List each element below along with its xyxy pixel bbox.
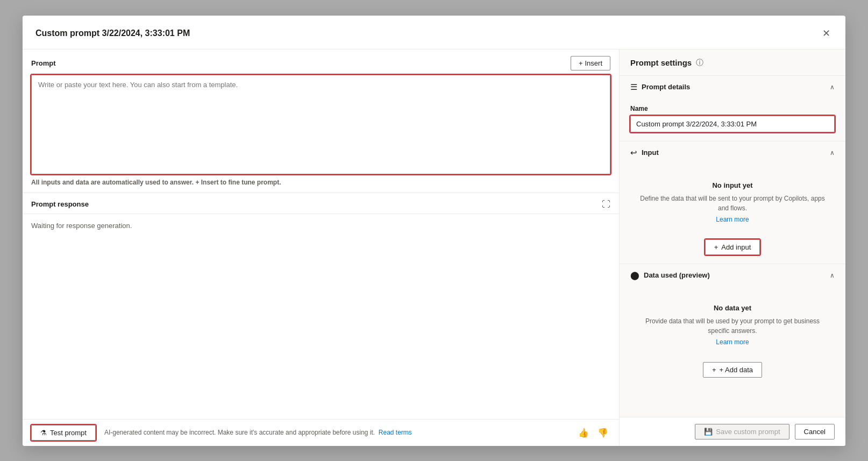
insert-button[interactable]: + Insert [571, 56, 610, 70]
thumbs-up-button[interactable]: 👍 [576, 425, 591, 440]
thumbs-down-icon: 👎 [597, 428, 608, 437]
hint-bold: + Insert [195, 179, 218, 186]
right-panel: Prompt settings ⓘ ☰ Prompt details ∧ Nam… [620, 49, 845, 446]
waiting-text: Waiting for response generation. [31, 222, 132, 230]
name-field-label: Name [630, 105, 835, 112]
left-footer: ⚗ Test prompt AI-generated content may b… [23, 419, 619, 446]
modal-body: Prompt + Insert All inputs and data are … [23, 49, 845, 446]
response-title: Prompt response [31, 200, 89, 208]
insert-label: Insert [585, 59, 602, 67]
close-icon: ✕ [822, 27, 830, 39]
thumbs-up-icon: 👍 [578, 428, 589, 437]
response-body: Waiting for response generation. [23, 214, 619, 419]
input-content: No input yet Define the data that will b… [620, 164, 845, 264]
prompt-details-chevron: ∧ [830, 83, 835, 91]
prompt-details-title: Prompt details [642, 83, 690, 91]
input-title-row: ↩ Input [630, 148, 659, 158]
close-button[interactable]: ✕ [820, 25, 833, 41]
prompt-textarea[interactable] [32, 75, 610, 172]
input-header[interactable]: ↩ Input ∧ [620, 141, 845, 164]
test-prompt-button[interactable]: ⚗ Test prompt [31, 425, 96, 441]
flask-icon: ⚗ [40, 429, 47, 437]
cancel-label: Cancel [804, 428, 826, 436]
data-icon: ⬤ [630, 271, 639, 280]
data-chevron: ∧ [830, 272, 835, 279]
disk-icon: 💾 [704, 428, 713, 436]
footer-disclaimer: AI-generated content may be incorrect. M… [104, 429, 567, 436]
input-empty-title: No input yet [639, 181, 826, 189]
hint-prefix: All inputs and data are automatically us… [31, 179, 194, 186]
prompt-details-content: Name [620, 98, 845, 141]
prompt-hint: All inputs and data are automatically us… [23, 174, 619, 193]
add-data-icon: + [712, 366, 716, 374]
settings-title: Prompt settings [630, 58, 692, 67]
prompt-section-title: Prompt [31, 59, 56, 67]
data-title: Data used (preview) [644, 271, 710, 279]
plus-icon: + [579, 59, 583, 67]
modal-title: Custom prompt 3/22/2024, 3:33:01 PM [35, 29, 190, 38]
data-empty-desc: Provide data that will be used by your p… [639, 316, 826, 336]
data-accordion: ⬤ Data used (preview) ∧ No data yet Prov… [620, 264, 845, 386]
data-content: No data yet Provide data that will be us… [620, 287, 845, 386]
modal-overlay: Custom prompt 3/22/2024, 3:33:01 PM ✕ Pr… [0, 0, 868, 461]
prompt-section: Prompt + Insert All inputs and data are … [23, 49, 619, 193]
data-header[interactable]: ⬤ Data used (preview) ∧ [620, 264, 845, 287]
save-label: Save custom prompt [716, 428, 780, 436]
info-icon[interactable]: ⓘ [696, 58, 703, 68]
input-title: Input [642, 148, 659, 157]
input-empty-state: No input yet Define the data that will b… [630, 171, 835, 234]
add-data-label: + Add data [720, 366, 753, 374]
input-learn-more-link[interactable]: Learn more [716, 216, 749, 223]
modal-container: Custom prompt 3/22/2024, 3:33:01 PM ✕ Pr… [23, 16, 845, 446]
settings-header: Prompt settings ⓘ [620, 49, 845, 75]
modal-header: Custom prompt 3/22/2024, 3:33:01 PM ✕ [23, 16, 845, 49]
hint-suffix: to fine tune prompt. [220, 179, 281, 186]
right-panel-footer: 💾 Save custom prompt Cancel [620, 417, 845, 446]
data-empty-title: No data yet [639, 304, 826, 312]
prompt-details-header[interactable]: ☰ Prompt details ∧ [620, 76, 845, 98]
prompt-details-title-row: ☰ Prompt details [630, 82, 690, 92]
add-input-icon: + [714, 243, 718, 251]
input-chevron: ∧ [830, 149, 835, 157]
prompt-section-header: Prompt + Insert [23, 49, 619, 75]
input-icon: ↩ [630, 148, 637, 158]
add-data-button[interactable]: + + Add data [703, 362, 762, 378]
thumbs-down-button[interactable]: 👎 [595, 425, 610, 440]
data-empty-state: No data yet Provide data that will be us… [630, 293, 835, 357]
add-input-label: Add input [721, 243, 751, 251]
data-learn-more-link[interactable]: Learn more [716, 338, 749, 346]
footer-icons: 👍 👎 [576, 425, 610, 440]
add-input-button[interactable]: + Add input [705, 239, 760, 255]
input-empty-desc: Define the data that will be sent to you… [639, 194, 826, 213]
name-input[interactable] [630, 116, 835, 132]
prompt-details-accordion: ☰ Prompt details ∧ Name [620, 75, 845, 141]
prompt-textarea-wrapper [31, 75, 610, 174]
input-accordion: ↩ Input ∧ No input yet Define the data t… [620, 141, 845, 264]
prompt-details-icon: ☰ [630, 82, 637, 92]
response-header: Prompt response ⛶ [23, 193, 619, 214]
data-title-row: ⬤ Data used (preview) [630, 271, 710, 280]
response-section: Prompt response ⛶ Waiting for response g… [23, 193, 619, 419]
left-panel: Prompt + Insert All inputs and data are … [23, 49, 620, 446]
expand-icon[interactable]: ⛶ [602, 200, 610, 209]
read-terms-link[interactable]: Read terms [379, 429, 412, 436]
test-prompt-label: Test prompt [50, 429, 87, 437]
cancel-button[interactable]: Cancel [795, 424, 835, 439]
save-button[interactable]: 💾 Save custom prompt [695, 424, 789, 439]
